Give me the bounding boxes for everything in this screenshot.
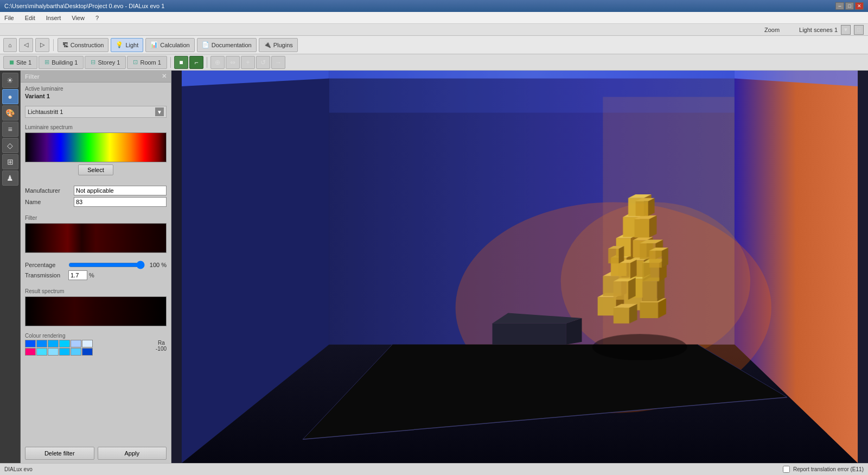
close-button[interactable]: ✕ [855, 2, 864, 10]
name-label: Name [25, 199, 74, 205]
green-l-btn[interactable]: ⌐ [189, 56, 203, 69]
arrow-btn[interactable]: → [271, 56, 285, 69]
menu-file[interactable]: File [2, 14, 16, 22]
manufacturer-row: Manufacturer [25, 186, 167, 195]
svg-marker-52 [618, 263, 630, 278]
construction-btn[interactable]: 🏗 Construction [58, 38, 109, 52]
documentation-label: Documentation [212, 42, 252, 48]
documentation-btn[interactable]: 📄 Documentation [197, 38, 257, 52]
svg-marker-80 [662, 248, 668, 268]
sidebar-icon-grid[interactable]: ⊞ [2, 154, 18, 169]
sidebar-icon-lines[interactable]: ≡ [2, 122, 18, 137]
light-icon: 💡 [116, 41, 123, 48]
menu-insert[interactable]: Insert [44, 14, 63, 22]
separator1 [53, 39, 54, 51]
swatch-10[interactable] [59, 348, 70, 356]
light-btn[interactable]: 💡 Light [111, 38, 143, 52]
variant-value: Variant 1 [25, 93, 167, 99]
status-right: Report translation error (E11) [793, 466, 864, 472]
name-input[interactable] [74, 197, 167, 207]
svg-marker-67 [635, 219, 649, 238]
maximize-button[interactable]: □ [845, 2, 854, 10]
percentage-section: Percentage 100 % Transmission % [21, 256, 171, 285]
sidebar-icon-circle[interactable]: ● [2, 89, 18, 104]
swatch-2[interactable] [36, 340, 47, 347]
toolbar-icon1[interactable]: ⌂ [3, 38, 17, 52]
result-spectrum-display [25, 296, 167, 326]
target-btn[interactable]: ⊕ [210, 56, 225, 69]
result-spectrum-section: Result spectrum [21, 285, 171, 330]
luminaire-spectrum-section: Luminaire spectrum Select [21, 121, 171, 181]
transmission-input[interactable] [68, 270, 87, 280]
svg-marker-73 [636, 201, 648, 216]
manufacturer-label: Manufacturer [25, 187, 74, 194]
swatch-3[interactable] [48, 340, 59, 347]
swatch-7[interactable] [25, 348, 36, 356]
room-btn[interactable]: ⊡ Room 1 [127, 56, 167, 69]
sidebar-icon-diamond[interactable]: ◇ [2, 138, 18, 153]
swatch-12[interactable] [82, 348, 93, 356]
svg-marker-74 [648, 198, 655, 216]
swatch-8[interactable] [36, 348, 47, 356]
sidebar-icon-sun[interactable]: ☀ [2, 73, 18, 88]
lichtausstrit-row: Lichtaustritt 1 ▼ [25, 106, 167, 118]
menu-view[interactable]: View [69, 14, 87, 22]
swatch-5[interactable] [71, 340, 81, 347]
report-checkbox[interactable] [783, 466, 790, 473]
active-luminaire-label: Active luminaire [25, 86, 167, 92]
swatch-1[interactable] [25, 340, 36, 347]
menubar: File Edit Insert View ? [0, 12, 868, 24]
viewport-square[interactable]: □ [854, 25, 864, 35]
viewport[interactable] [171, 71, 868, 463]
main-layout: ☀ ● 🎨 ≡ ◇ ⊞ ♟ Filter ✕ Active luminaire … [0, 71, 868, 463]
refresh-btn[interactable]: ↺ [256, 56, 270, 69]
calculation-btn[interactable]: 📊 Calculation [145, 38, 194, 52]
storey-btn[interactable]: ⊟ Storey 1 [85, 56, 126, 69]
apply-button[interactable]: Apply [98, 447, 167, 460]
light-scenes-bar: Zoom Light scenes 1 ▼ □ [0, 24, 868, 36]
navbar: ◼ Site 1 ⊞ Building 1 ⊟ Storey 1 ⊡ Room … [0, 54, 868, 71]
room-label: Room 1 [140, 59, 161, 66]
lichtausstrit-btn[interactable]: ▼ [155, 107, 164, 116]
svg-marker-79 [649, 251, 662, 268]
swatch-11[interactable] [71, 348, 81, 356]
menu-edit[interactable]: Edit [23, 14, 37, 22]
svg-marker-16 [493, 324, 566, 345]
toolbar-icon2[interactable]: ◁ [19, 38, 33, 52]
filter-panel: Filter ✕ Active luminaire Variant 1 Lich… [21, 71, 171, 463]
swatch-6[interactable] [82, 340, 93, 347]
construction-icon: 🏗 [62, 42, 68, 48]
sidebar-icon-person[interactable]: ♟ [2, 170, 18, 186]
toolbar-icon3[interactable]: ▷ [35, 38, 49, 52]
ra-value: -100 [156, 346, 167, 352]
navbar-sep2 [207, 57, 207, 68]
light-scenes-expand[interactable]: ▼ [841, 25, 851, 35]
svg-marker-25 [640, 302, 658, 318]
sidebar-icon-palette[interactable]: 🎨 [2, 105, 18, 121]
green-square-btn[interactable]: ■ [174, 56, 188, 69]
active-luminaire-section: Active luminaire Variant 1 [21, 83, 171, 103]
site-btn[interactable]: ◼ Site 1 [3, 56, 37, 69]
manufacturer-input[interactable] [74, 186, 167, 195]
building-btn[interactable]: ⊞ Building 1 [39, 56, 84, 69]
menu-help[interactable]: ? [93, 14, 101, 22]
toolbar: ⌂ ◁ ▷ 🏗 Construction 💡 Light 📊 Calculati… [0, 36, 868, 54]
3d-scene [171, 71, 868, 463]
percentage-slider[interactable] [68, 261, 145, 269]
storey-label: Storey 1 [98, 59, 120, 66]
building-icon: ⊞ [44, 59, 49, 66]
svg-marker-19 [598, 297, 616, 315]
filter-close[interactable]: ✕ [162, 73, 167, 80]
plus-btn[interactable]: + [241, 56, 255, 69]
swatch-4[interactable] [59, 340, 70, 347]
plugins-btn[interactable]: 🔌 Plugins [259, 38, 298, 52]
titlebar: C:\Users\mihalybartha\Desktop\Project 0.… [0, 0, 868, 12]
percentage-value: 100 % [145, 262, 167, 268]
minimize-button[interactable]: – [835, 2, 844, 10]
select-button[interactable]: Select [78, 164, 113, 175]
swatch-row1 [25, 340, 154, 347]
delete-filter-button[interactable]: Delete filter [25, 447, 94, 460]
light-label: Light [125, 42, 138, 48]
swatch-9[interactable] [48, 348, 59, 356]
expand-btn[interactable]: ⇔ [226, 56, 240, 69]
